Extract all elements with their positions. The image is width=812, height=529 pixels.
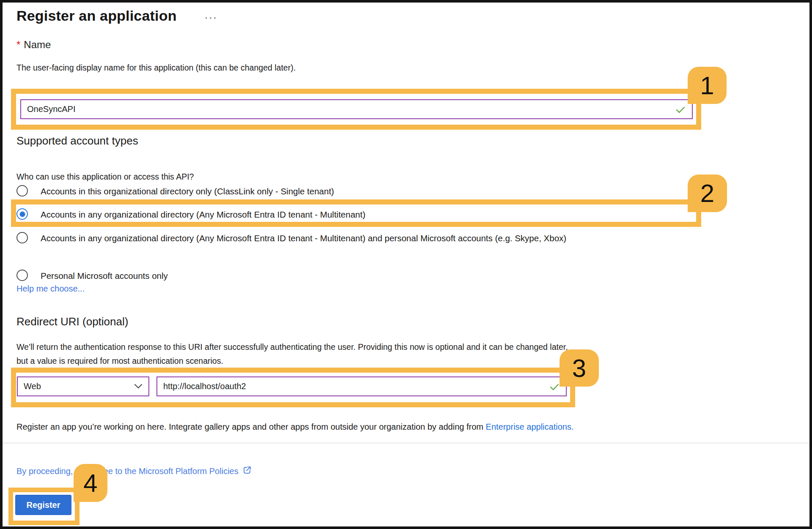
radio-unselected-icon[interactable] bbox=[16, 270, 28, 281]
redirect-uri-heading: Redirect URI (optional) bbox=[16, 315, 128, 328]
more-options-ellipsis-icon[interactable]: ... bbox=[205, 8, 218, 22]
name-field-label: *Name bbox=[16, 39, 51, 51]
redirect-uri-input-container bbox=[156, 376, 567, 396]
name-field-description: The user-facing display name for this ap… bbox=[16, 61, 296, 75]
valid-check-icon bbox=[550, 383, 559, 393]
radio-option-multitenant-personal[interactable]: Accounts in any organizational directory… bbox=[16, 231, 566, 245]
radio-option-label: Personal Microsoft accounts only bbox=[41, 269, 168, 283]
radio-option-multitenant[interactable]: Accounts in any organizational directory… bbox=[16, 207, 365, 222]
name-label-text: Name bbox=[24, 39, 51, 50]
radio-unselected-icon[interactable] bbox=[16, 185, 28, 196]
redirect-uri-input[interactable] bbox=[157, 377, 566, 395]
annotation-badge-2: 2 bbox=[688, 175, 727, 212]
valid-check-icon bbox=[676, 106, 685, 115]
platform-select-dropdown[interactable]: Web bbox=[17, 376, 149, 396]
account-types-question: Who can use this application or access t… bbox=[16, 170, 194, 184]
name-input-container bbox=[20, 99, 693, 119]
app-registration-panel: Register an application ... *Name The us… bbox=[0, 0, 812, 529]
radio-option-label: Accounts in this organizational director… bbox=[41, 184, 334, 199]
chevron-down-icon bbox=[134, 383, 143, 390]
page-title: Register an application bbox=[16, 8, 177, 24]
required-asterisk: * bbox=[16, 39, 20, 50]
external-link-icon bbox=[243, 466, 252, 477]
divider bbox=[3, 443, 809, 443]
platform-policies-link[interactable]: By proceeding, you agree to the Microsof… bbox=[16, 466, 239, 476]
radio-option-label: Accounts in any organizational directory… bbox=[41, 207, 365, 222]
radio-option-personal-only[interactable]: Personal Microsoft accounts only bbox=[16, 269, 168, 283]
radio-selected-icon[interactable] bbox=[16, 208, 28, 220]
radio-option-label: Accounts in any organizational directory… bbox=[41, 231, 566, 245]
name-input[interactable] bbox=[21, 100, 692, 118]
register-button[interactable]: Register bbox=[15, 495, 71, 515]
redirect-uri-description: We’ll return the authentication response… bbox=[16, 340, 575, 368]
policy-line: By proceeding, you agree to the Microsof… bbox=[16, 466, 252, 477]
enterprise-note-text: Register an app you’re working on here. … bbox=[16, 422, 486, 431]
radio-unselected-icon[interactable] bbox=[16, 232, 28, 243]
enterprise-applications-link[interactable]: Enterprise applications. bbox=[486, 422, 574, 431]
help-me-choose-link[interactable]: Help me choose... bbox=[16, 284, 85, 294]
supported-account-types-heading: Supported account types bbox=[16, 134, 138, 147]
enterprise-apps-note: Register an app you’re working on here. … bbox=[16, 422, 573, 432]
annotation-badge-1: 1 bbox=[688, 67, 727, 104]
platform-selected-value: Web bbox=[24, 382, 41, 391]
radio-option-single-tenant[interactable]: Accounts in this organizational director… bbox=[16, 184, 334, 199]
